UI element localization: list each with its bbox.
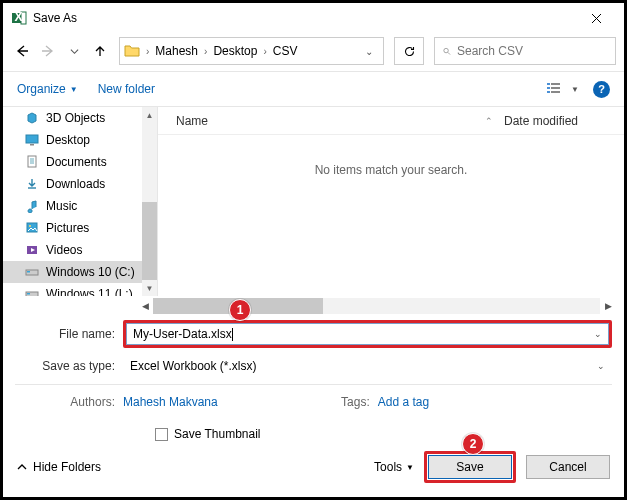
savetype-label: Save as type: [15, 359, 123, 373]
chevron-right-icon: › [146, 46, 149, 57]
close-icon [591, 13, 602, 24]
address-history-button[interactable]: ⌄ [359, 46, 379, 57]
downloads-icon [25, 177, 40, 191]
chevron-right-icon: › [204, 46, 207, 57]
title-bar: X Save As [3, 3, 624, 33]
view-mode-button[interactable]: ▼ [547, 82, 579, 96]
svg-point-14 [29, 225, 31, 227]
divider [15, 384, 612, 385]
svg-rect-19 [27, 293, 30, 295]
refresh-button[interactable] [394, 37, 424, 65]
chevron-up-icon [17, 462, 27, 472]
arrow-right-icon [41, 44, 55, 58]
svg-rect-10 [26, 135, 38, 143]
scroll-left-button[interactable]: ◀ [137, 298, 153, 314]
filename-input[interactable]: My-User-Data.xlsx ⌄ [126, 323, 609, 345]
empty-message: No items match your search. [158, 163, 624, 177]
nav-recent-button[interactable] [63, 40, 85, 62]
refresh-icon [403, 45, 416, 58]
svg-rect-7 [551, 87, 560, 89]
chevron-down-icon[interactable]: ⌄ [594, 329, 602, 339]
toolbar: Organize▼ New folder ▼ ? [3, 72, 624, 106]
save-button-highlight: Save [424, 451, 516, 483]
breadcrumb-segment[interactable]: CSV [273, 44, 298, 58]
videos-icon [25, 243, 40, 257]
3d-objects-icon [25, 111, 40, 125]
nav-forward-button[interactable] [37, 40, 59, 62]
organize-button[interactable]: Organize▼ [17, 82, 78, 96]
navigation-row: › Mahesh › Desktop › CSV ⌄ [3, 33, 624, 69]
svg-rect-6 [547, 87, 550, 89]
content-area: 3D Objects Desktop Documents Downloads M… [3, 106, 624, 296]
chevron-down-icon: ▼ [406, 463, 414, 472]
chevron-down-icon [70, 47, 79, 56]
chevron-right-icon: › [263, 46, 266, 57]
chevron-down-icon: ▼ [70, 85, 78, 94]
callout-badge-1: 1 [229, 299, 251, 321]
list-view-icon [547, 82, 569, 96]
column-name[interactable]: Name [158, 114, 474, 128]
tree-item-desktop[interactable]: Desktop [3, 129, 157, 151]
search-box[interactable] [434, 37, 616, 65]
svg-rect-11 [30, 144, 34, 146]
new-folder-button[interactable]: New folder [98, 82, 155, 96]
music-icon [25, 199, 40, 213]
tags-value[interactable]: Add a tag [378, 395, 429, 409]
filename-label: File name: [15, 327, 123, 341]
authors-value[interactable]: Mahesh Makvana [123, 395, 218, 409]
close-button[interactable] [576, 5, 616, 31]
save-form: File name: My-User-Data.xlsx ⌄ Save as t… [3, 314, 624, 445]
tree-item-videos[interactable]: Videos [3, 239, 157, 261]
nav-back-button[interactable] [11, 40, 33, 62]
scroll-track[interactable] [153, 298, 600, 314]
callout-badge-2: 2 [462, 433, 484, 455]
folder-icon [124, 43, 140, 60]
file-list-panel: Name ⌃ Date modified No items match your… [158, 107, 624, 296]
tree-item-windows-11[interactable]: Windows 11 (L:)⌄ [3, 283, 157, 296]
sidebar-scrollbar[interactable]: ▲ ▼ [142, 107, 157, 296]
save-button[interactable]: Save [428, 455, 512, 479]
sort-indicator-icon: ⌃ [474, 116, 504, 126]
svg-point-3 [444, 48, 448, 52]
breadcrumb-segment[interactable]: Desktop [213, 44, 257, 58]
tags-label: Tags: [338, 395, 378, 409]
scroll-right-button[interactable]: ▶ [600, 298, 616, 314]
svg-rect-5 [551, 83, 560, 85]
cancel-button[interactable]: Cancel [526, 455, 610, 479]
folder-tree: 3D Objects Desktop Documents Downloads M… [3, 107, 157, 296]
tree-item-documents[interactable]: Documents [3, 151, 157, 173]
breadcrumb-segment[interactable]: Mahesh [155, 44, 198, 58]
tree-item-downloads[interactable]: Downloads [3, 173, 157, 195]
chevron-down-icon: ⌄ [597, 361, 605, 371]
scroll-down-button[interactable]: ▼ [142, 280, 157, 296]
checkbox-icon[interactable] [155, 428, 168, 441]
svg-text:X: X [15, 10, 23, 24]
pictures-icon [25, 221, 40, 235]
search-icon [443, 45, 451, 58]
save-thumbnail-option[interactable]: Save Thumbnail [155, 423, 612, 445]
desktop-icon [25, 133, 40, 147]
scroll-up-button[interactable]: ▲ [142, 107, 157, 123]
horizontal-scrollbar[interactable]: ◀ ▶ [137, 298, 616, 314]
search-input[interactable] [457, 44, 607, 58]
column-date[interactable]: Date modified [504, 114, 624, 128]
svg-rect-9 [551, 91, 560, 93]
hide-folders-button[interactable]: Hide Folders [17, 460, 101, 474]
drive-icon [25, 265, 40, 279]
tools-button[interactable]: Tools▼ [374, 460, 414, 474]
authors-label: Authors: [15, 395, 123, 409]
address-bar[interactable]: › Mahesh › Desktop › CSV ⌄ [119, 37, 384, 65]
scroll-thumb[interactable] [142, 202, 157, 281]
tree-item-3d-objects[interactable]: 3D Objects [3, 107, 157, 129]
tree-item-pictures[interactable]: Pictures [3, 217, 157, 239]
excel-icon: X [11, 10, 27, 26]
arrow-up-icon [93, 44, 107, 58]
tree-item-music[interactable]: Music [3, 195, 157, 217]
savetype-dropdown[interactable]: Excel Workbook (*.xlsx) ⌄ [123, 355, 612, 377]
tree-item-windows-10[interactable]: Windows 10 (C:) [3, 261, 157, 283]
column-headers: Name ⌃ Date modified [158, 107, 624, 135]
svg-rect-17 [27, 271, 30, 273]
drive-icon [25, 287, 40, 296]
nav-up-button[interactable] [89, 40, 111, 62]
help-button[interactable]: ? [593, 81, 610, 98]
